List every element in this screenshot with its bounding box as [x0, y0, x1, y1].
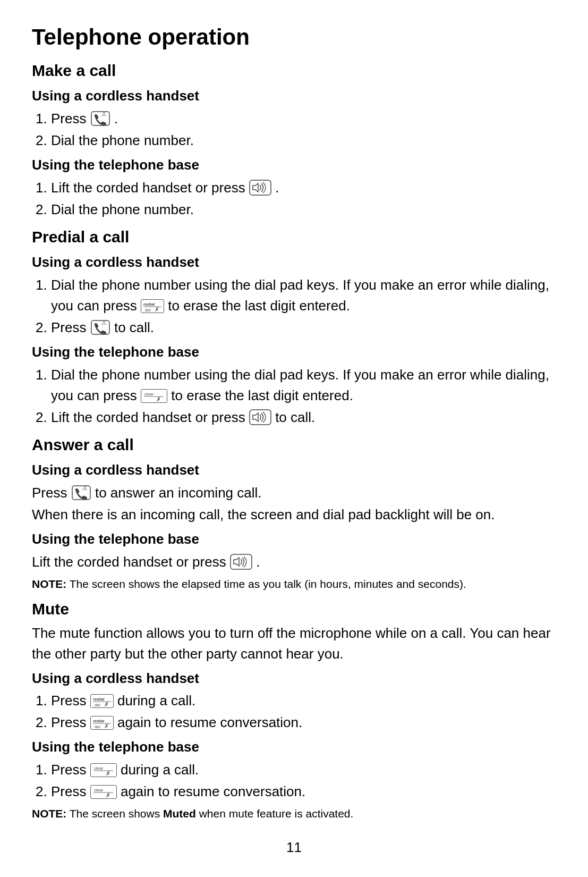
- step-text: Press: [51, 714, 90, 730]
- steps-predial-base: Dial the phone number using the dial pad…: [51, 365, 556, 428]
- steps-make-cordless: Press . Dial the phone number.: [51, 108, 556, 151]
- list-item: Dial the phone number.: [51, 130, 556, 151]
- step-text: again to resume conversation.: [121, 783, 305, 799]
- list-item: Dial the phone number.: [51, 199, 556, 220]
- svg-text:redial: redial: [143, 302, 155, 307]
- phone-icon: [90, 319, 114, 335]
- list-item: Press clear ✗ again to resume conversati…: [51, 781, 556, 802]
- subheading-make-cordless: Using a cordless handset: [32, 86, 556, 106]
- redial-del-icon: redial del ✗: [90, 716, 114, 730]
- svg-text:clear: clear: [94, 766, 104, 771]
- svg-text:✗: ✗: [155, 306, 159, 312]
- redial-del-icon: redial del ✗: [90, 694, 114, 708]
- subheading-make-base: Using the telephone base: [32, 155, 556, 175]
- step-text: Lift the corded handset or press: [51, 409, 249, 425]
- step-text: .: [114, 111, 118, 127]
- step-text: Press: [32, 485, 71, 501]
- steps-mute-base: Press clear ✗ during a call. Press clear…: [51, 760, 556, 802]
- heading-mute: Mute: [32, 597, 556, 621]
- step-text: to call.: [114, 319, 154, 335]
- heading-answer-a-call: Answer a call: [32, 433, 556, 457]
- subheading-mute-base: Using the telephone base: [32, 737, 556, 757]
- note-label: NOTE:: [32, 807, 66, 820]
- section-mute: Mute The mute function allows you to tur…: [32, 597, 556, 822]
- svg-marker-12: [253, 413, 258, 421]
- step-text: Lift the corded handset or press: [32, 554, 230, 570]
- step-text: Press: [51, 762, 90, 778]
- mute-intro: The mute function allows you to turn off…: [32, 623, 556, 664]
- answer-cordless-p2: When there is an incoming call, the scre…: [32, 504, 556, 525]
- step-text: during a call.: [121, 762, 199, 778]
- list-item: Lift the corded handset or press .: [51, 178, 556, 198]
- svg-text:redial: redial: [93, 697, 105, 702]
- clear-icon: clear ✗: [141, 389, 167, 403]
- svg-text:del: del: [95, 703, 100, 707]
- clear-icon: clear ✗: [90, 763, 117, 777]
- steps-mute-cordless: Press redial del ✗ during a call. Press …: [51, 690, 556, 733]
- step-text: Dial the phone number.: [51, 201, 194, 217]
- step-text: .: [275, 180, 279, 196]
- note-label: NOTE:: [32, 578, 66, 590]
- step-text: to erase the last digit entered.: [171, 387, 353, 403]
- subheading-answer-cordless: Using a cordless handset: [32, 460, 556, 480]
- step-text: again to resume conversation.: [117, 714, 302, 730]
- svg-text:clear: clear: [94, 788, 104, 792]
- clear-icon: clear ✗: [90, 785, 117, 799]
- speaker-icon: [249, 180, 275, 196]
- list-item: Dial the phone number using the dial pad…: [51, 275, 556, 316]
- list-item: Press redial del ✗ again to resume conve…: [51, 712, 556, 733]
- svg-marker-2: [253, 183, 258, 192]
- section-make-a-call: Make a call Using a cordless handset Pre…: [32, 59, 556, 220]
- step-text: Press: [51, 693, 90, 709]
- steps-make-base: Lift the corded handset or press . Dial …: [51, 178, 556, 220]
- svg-marker-15: [234, 558, 239, 566]
- redial-del-icon: redial del ✗: [141, 299, 164, 313]
- step-text: to answer an incoming call.: [95, 485, 262, 501]
- phone-icon: [90, 111, 114, 127]
- subheading-predial-cordless: Using a cordless handset: [32, 252, 556, 273]
- speaker-icon: [230, 554, 256, 570]
- svg-text:redial: redial: [93, 719, 105, 723]
- subheading-answer-base: Using the telephone base: [32, 529, 556, 550]
- answer-base-p1: Lift the corded handset or press .: [32, 552, 556, 572]
- step-text: .: [256, 554, 260, 570]
- step-text: Press: [51, 783, 90, 799]
- step-text: Press: [51, 319, 90, 335]
- heading-predial-a-call: Predial a call: [32, 225, 556, 249]
- svg-text:del: del: [145, 308, 151, 312]
- step-text: during a call.: [117, 693, 195, 709]
- subheading-predial-base: Using the telephone base: [32, 342, 556, 362]
- heading-make-a-call: Make a call: [32, 59, 556, 82]
- list-item: Dial the phone number using the dial pad…: [51, 365, 556, 406]
- svg-text:✗: ✗: [106, 792, 110, 798]
- muted-label: Muted: [163, 807, 196, 820]
- step-text: to call.: [275, 409, 315, 425]
- section-predial-a-call: Predial a call Using a cordless handset …: [32, 225, 556, 428]
- answer-cordless-p1: Press to answer an incoming call.: [32, 483, 556, 503]
- svg-text:✗: ✗: [156, 396, 161, 402]
- note-answer-base: NOTE: The screen shows the elapsed time …: [32, 576, 556, 593]
- step-text: Lift the corded handset or press: [51, 180, 249, 196]
- step-text: Dial the phone number.: [51, 132, 194, 148]
- svg-text:✗: ✗: [104, 701, 109, 707]
- list-item: Press clear ✗ during a call.: [51, 760, 556, 780]
- speaker-icon: [249, 409, 275, 425]
- svg-text:clear: clear: [144, 392, 154, 397]
- phone-icon: [71, 485, 95, 501]
- steps-predial-cordless: Dial the phone number using the dial pad…: [51, 275, 556, 338]
- section-answer-a-call: Answer a call Using a cordless handset P…: [32, 433, 556, 592]
- list-item: Press .: [51, 108, 556, 129]
- list-item: Press to call.: [51, 317, 556, 338]
- list-item: Press redial del ✗ during a call.: [51, 690, 556, 711]
- step-text: Press: [51, 111, 90, 127]
- subheading-mute-cordless: Using a cordless handset: [32, 669, 556, 689]
- page-number: 11: [32, 838, 556, 858]
- page-title: Telephone operation: [32, 21, 556, 54]
- svg-text:✗: ✗: [104, 723, 109, 729]
- step-text: to erase the last digit entered.: [168, 298, 350, 314]
- list-item: Lift the corded handset or press to call…: [51, 407, 556, 428]
- note-mute-base: NOTE: The screen shows Muted when mute f…: [32, 805, 556, 822]
- svg-text:✗: ✗: [106, 770, 110, 776]
- svg-text:del: del: [95, 724, 100, 729]
